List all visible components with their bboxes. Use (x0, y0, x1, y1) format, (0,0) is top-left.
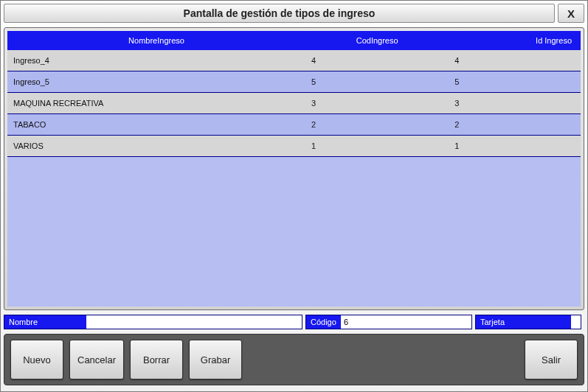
nombre-input[interactable] (86, 315, 302, 329)
cell-id: 1 (449, 136, 581, 157)
grabar-button[interactable]: Grabar (189, 340, 242, 379)
cell-cod: 3 (305, 93, 449, 114)
income-types-table: NombreIngreso CodIngreso Id Ingreso Ingr… (7, 31, 581, 157)
table-header-row: NombreIngreso CodIngreso Id Ingreso (7, 31, 581, 50)
table-container: NombreIngreso CodIngreso Id Ingreso Ingr… (4, 27, 584, 310)
table-row[interactable]: Ingreso_555 (7, 71, 581, 93)
table-scroll-area[interactable]: NombreIngreso CodIngreso Id Ingreso Ingr… (7, 31, 581, 307)
tarjeta-input[interactable] (571, 315, 581, 329)
title-bar: Pantalla de gestión de tipos de ingreso … (4, 4, 584, 23)
col-header-id[interactable]: Id Ingreso (449, 31, 581, 50)
cell-id: 2 (449, 114, 581, 136)
codigo-input[interactable]: 6 (341, 315, 472, 329)
table-row[interactable]: VARIOS11 (7, 136, 581, 157)
table-row[interactable]: TABACO22 (7, 114, 581, 136)
cell-nombre: Ingreso_4 (7, 50, 305, 71)
cell-nombre: TABACO (7, 114, 305, 136)
cell-cod: 1 (305, 136, 449, 157)
codigo-label: Código (305, 315, 341, 329)
cell-id: 4 (449, 50, 581, 71)
cell-cod: 2 (305, 114, 449, 136)
nombre-label: Nombre (4, 315, 86, 329)
nuevo-button[interactable]: Nuevo (10, 340, 63, 379)
table-row[interactable]: Ingreso_444 (7, 50, 581, 71)
window-title: Pantalla de gestión de tipos de ingreso (4, 4, 555, 23)
cell-nombre: Ingreso_5 (7, 71, 305, 93)
col-header-nombre[interactable]: NombreIngreso (7, 31, 305, 50)
cell-cod: 5 (305, 71, 449, 93)
table-row[interactable]: MAQUINA RECREATIVA33 (7, 93, 581, 114)
cell-nombre: VARIOS (7, 136, 305, 157)
tarjeta-label: Tarjeta (475, 315, 571, 329)
management-window: Pantalla de gestión de tipos de ingreso … (0, 0, 588, 392)
borrar-button[interactable]: Borrar (130, 340, 183, 379)
cell-id: 5 (449, 71, 581, 93)
salir-button[interactable]: Salir (525, 340, 578, 379)
cancelar-button[interactable]: Cancelar (69, 340, 124, 379)
form-row: Nombre Código 6 Tarjeta (4, 315, 584, 329)
cell-cod: 4 (305, 50, 449, 71)
button-bar: Nuevo Cancelar Borrar Grabar Salir (4, 334, 584, 385)
col-header-cod[interactable]: CodIngreso (305, 31, 449, 50)
cell-id: 3 (449, 93, 581, 114)
close-button[interactable]: X (558, 4, 584, 23)
cell-nombre: MAQUINA RECREATIVA (7, 93, 305, 114)
